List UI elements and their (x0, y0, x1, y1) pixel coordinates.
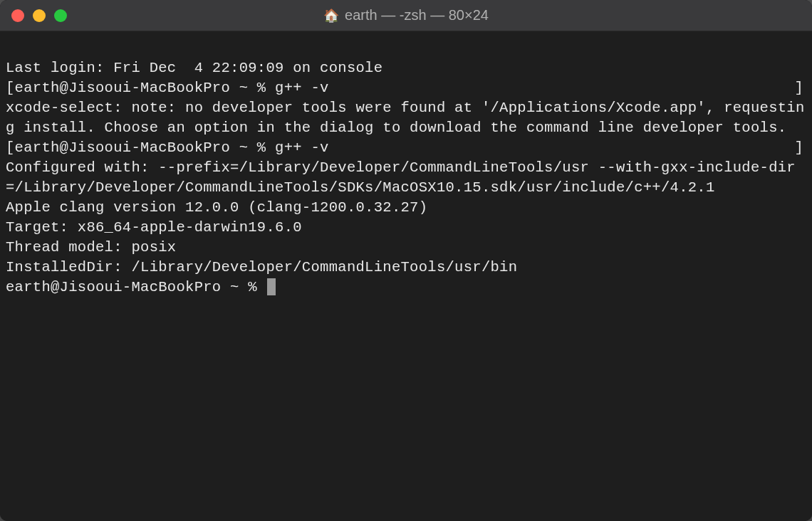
window-title-text: earth — -zsh — 80×24 (345, 7, 489, 23)
home-icon: 🏠 (323, 8, 339, 23)
output-line: InstalledDir: /Library/Developer/Command… (6, 258, 806, 278)
traffic-lights (11, 9, 67, 22)
output-line: Target: x86_64-apple-darwin19.6.0 (6, 218, 806, 238)
prompt-line: earth@Jisooui-MacBookPro ~ % (6, 278, 806, 298)
terminal-window: 🏠 earth — -zsh — 80×24 Last login: Fri D… (0, 0, 812, 521)
right-bracket: ] (794, 78, 803, 98)
prompt-line: [earth@Jisooui-MacBookPro ~ % g++ -v] (6, 138, 806, 158)
terminal-content[interactable]: Last login: Fri Dec 4 22:09:09 on consol… (0, 31, 812, 521)
output-line: xcode-select: note: no developer tools w… (6, 98, 806, 138)
close-button[interactable] (11, 9, 24, 22)
cursor (267, 278, 276, 295)
output-line: Last login: Fri Dec 4 22:09:09 on consol… (6, 58, 806, 78)
output-line: Apple clang version 12.0.0 (clang-1200.0… (6, 198, 806, 218)
prompt-text: earth@Jisooui-MacBookPro ~ % (6, 279, 266, 295)
minimize-button[interactable] (33, 9, 46, 22)
prompt-text: [earth@Jisooui-MacBookPro ~ % g++ -v (6, 140, 329, 156)
output-line: Thread model: posix (6, 238, 806, 258)
prompt-text: [earth@Jisooui-MacBookPro ~ % g++ -v (6, 80, 329, 96)
zoom-button[interactable] (54, 9, 67, 22)
output-line: Configured with: --prefix=/Library/Devel… (6, 158, 806, 198)
right-bracket: ] (794, 138, 803, 158)
window-title: 🏠 earth — -zsh — 80×24 (0, 7, 812, 23)
titlebar[interactable]: 🏠 earth — -zsh — 80×24 (0, 0, 812, 31)
prompt-line: [earth@Jisooui-MacBookPro ~ % g++ -v] (6, 78, 806, 98)
